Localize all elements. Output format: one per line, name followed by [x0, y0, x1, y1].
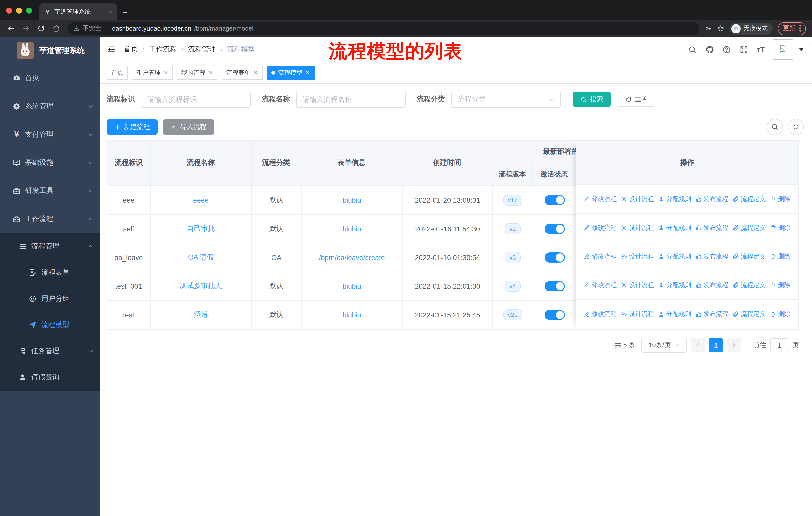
- create-process-button[interactable]: 新建流程: [107, 119, 157, 135]
- refresh-table-button[interactable]: [788, 119, 804, 135]
- form-link[interactable]: biubiu: [343, 196, 361, 204]
- form-link[interactable]: biubiu: [343, 225, 361, 233]
- edit-process-link[interactable]: 修改流程: [584, 252, 617, 261]
- version-badge[interactable]: v21: [503, 309, 522, 321]
- warning-triangle-icon[interactable]: [74, 25, 80, 31]
- minimize-window-button[interactable]: [16, 7, 22, 13]
- assign-rule-link[interactable]: 分配规则: [659, 281, 691, 290]
- breadcrumb-process-mgmt[interactable]: 流程管理: [188, 45, 216, 54]
- sidebar-item-workflow[interactable]: 工作流程: [0, 205, 100, 233]
- hamburger-icon[interactable]: [107, 45, 116, 54]
- tag-close-icon[interactable]: ✕: [164, 69, 168, 76]
- close-window-button[interactable]: [6, 7, 12, 13]
- process-name-input[interactable]: [296, 91, 406, 108]
- key-icon[interactable]: [704, 25, 712, 32]
- process-name-link[interactable]: OA 请假: [188, 253, 214, 262]
- tag-process-form[interactable]: 流程表单✕: [222, 65, 263, 80]
- window-controls[interactable]: [0, 7, 39, 20]
- active-toggle[interactable]: [545, 252, 565, 263]
- sidebar-item-home[interactable]: 首页: [0, 64, 100, 92]
- sidebar-item-process-model[interactable]: 流程模型: [0, 312, 100, 338]
- fullscreen-icon[interactable]: [740, 45, 748, 54]
- assign-rule-link[interactable]: 分配规则: [659, 195, 691, 203]
- sidebar-item-system[interactable]: 系统管理: [0, 92, 100, 120]
- publish-process-link[interactable]: 发布流程: [696, 281, 728, 290]
- tag-close-icon[interactable]: ✕: [254, 69, 258, 76]
- forward-icon[interactable]: [19, 22, 32, 35]
- form-link[interactable]: biubiu: [343, 282, 361, 290]
- tag-process-model[interactable]: 流程模型✕: [266, 65, 314, 80]
- tag-home[interactable]: 首页: [107, 65, 128, 80]
- back-icon[interactable]: [4, 22, 17, 35]
- sidebar-item-task-mgmt[interactable]: 任务管理: [0, 338, 100, 364]
- sidebar-item-user-group[interactable]: 用户分组: [0, 286, 100, 312]
- form-link[interactable]: /bpm/oa/leave/create: [319, 253, 385, 262]
- publish-process-link[interactable]: 发布流程: [696, 252, 728, 261]
- process-definition-link[interactable]: 流程定义: [733, 195, 766, 203]
- show-search-button[interactable]: [767, 119, 783, 135]
- delete-link[interactable]: 删除: [770, 310, 790, 319]
- active-toggle[interactable]: [545, 224, 565, 234]
- process-name-link[interactable]: 滔博: [194, 310, 208, 320]
- reload-icon[interactable]: [34, 22, 47, 35]
- avatar[interactable]: [773, 39, 793, 60]
- sidebar-item-leave-query[interactable]: 请假查询: [0, 364, 100, 390]
- version-badge[interactable]: v17: [503, 194, 522, 206]
- category-select[interactable]: 流程分类: [451, 91, 561, 108]
- new-tab-button[interactable]: [122, 9, 128, 16]
- prev-page-button[interactable]: [691, 338, 705, 352]
- assign-rule-link[interactable]: 分配规则: [659, 252, 691, 261]
- delete-link[interactable]: 删除: [770, 281, 790, 290]
- edit-process-link[interactable]: 修改流程: [584, 195, 617, 203]
- form-link[interactable]: biubiu: [343, 311, 361, 319]
- process-definition-link[interactable]: 流程定义: [733, 310, 766, 319]
- delete-link[interactable]: 删除: [770, 223, 790, 232]
- sidebar-item-process-mgmt[interactable]: 流程管理: [0, 233, 100, 260]
- next-page-button[interactable]: [727, 338, 741, 352]
- process-name-link[interactable]: eeee: [193, 196, 209, 204]
- github-icon[interactable]: [705, 45, 714, 54]
- process-id-input[interactable]: [141, 91, 251, 108]
- search-button[interactable]: 搜索: [573, 92, 611, 107]
- active-toggle[interactable]: [545, 310, 565, 320]
- address-bar[interactable]: 不安全 dashboard.yudao.iocoder.cn/bpm/manag…: [67, 22, 699, 35]
- edit-process-link[interactable]: 修改流程: [584, 281, 617, 290]
- design-process-link[interactable]: 设计流程: [621, 310, 654, 319]
- maximize-window-button[interactable]: [26, 7, 32, 13]
- tag-tenant[interactable]: 租户管理✕: [132, 65, 173, 80]
- delete-link[interactable]: 删除: [770, 252, 790, 261]
- app-logo-row[interactable]: 芋道管理系统: [0, 37, 100, 64]
- publish-process-link[interactable]: 发布流程: [696, 310, 728, 319]
- active-toggle[interactable]: [545, 281, 565, 291]
- version-badge[interactable]: v5: [505, 252, 520, 263]
- process-definition-link[interactable]: 流程定义: [733, 281, 766, 290]
- active-toggle[interactable]: [545, 195, 565, 205]
- delete-link[interactable]: 删除: [770, 195, 790, 203]
- edit-process-link[interactable]: 修改流程: [584, 223, 617, 232]
- breadcrumb-home[interactable]: 首页: [124, 45, 138, 54]
- question-icon[interactable]: [723, 45, 731, 54]
- font-size-icon[interactable]: тT: [757, 45, 764, 54]
- assign-rule-link[interactable]: 分配规则: [659, 310, 691, 319]
- sidebar-item-devtools[interactable]: 研发工具: [0, 177, 100, 205]
- tag-close-icon[interactable]: ✕: [305, 69, 310, 76]
- edit-process-link[interactable]: 修改流程: [584, 310, 617, 319]
- design-process-link[interactable]: 设计流程: [621, 281, 654, 290]
- browser-menu-dots-icon[interactable]: [800, 25, 801, 32]
- design-process-link[interactable]: 设计流程: [621, 252, 654, 261]
- import-process-button[interactable]: 导入流程: [163, 119, 214, 135]
- sidebar-item-payment[interactable]: ¥ 支付管理: [0, 120, 100, 148]
- goto-page-input[interactable]: [770, 338, 788, 352]
- browser-tab[interactable]: 芋道管理系统: [39, 3, 117, 20]
- process-name-link[interactable]: 自己审批: [187, 224, 215, 233]
- home-icon[interactable]: [49, 22, 62, 35]
- process-definition-link[interactable]: 流程定义: [733, 252, 766, 261]
- process-name-link[interactable]: 测试多审批人: [180, 282, 222, 291]
- design-process-link[interactable]: 设计流程: [621, 195, 654, 203]
- current-page-button[interactable]: 1: [709, 338, 723, 352]
- avatar-caret-icon[interactable]: [799, 48, 804, 51]
- reset-button[interactable]: 重置: [618, 92, 656, 107]
- version-badge[interactable]: v2: [505, 223, 520, 234]
- search-icon[interactable]: [689, 45, 697, 54]
- publish-process-link[interactable]: 发布流程: [696, 195, 728, 203]
